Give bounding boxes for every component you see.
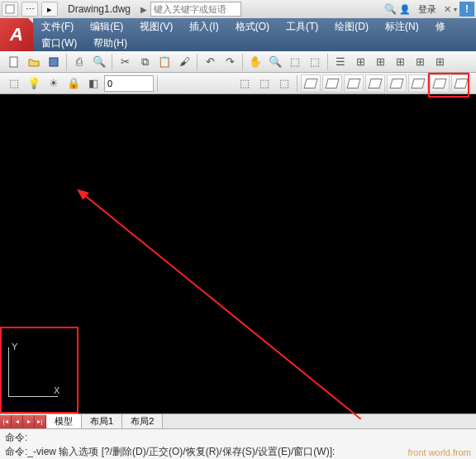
svg-rect-2 <box>50 58 58 66</box>
cmd-text: _-view 输入选项 [?/删除(D)/正交(O)/恢复(R)/保存(S)/设… <box>27 445 335 459</box>
menu-modify[interactable]: 修 <box>427 18 454 35</box>
zoom-prev-icon[interactable]: ⬚ <box>306 53 324 71</box>
layer-state-icon[interactable]: ⬚ <box>236 74 254 93</box>
standard-toolbar: ⎙ 🔍 ✂ ⧉ 📋 🖌 ↶ ↷ ✋ 🔍 ⬚ ⬚ ☰ ⊞ ⊞ ⊞ ⊞ ⊞ <box>0 51 476 73</box>
qat-save-icon[interactable]: ⋯ <box>21 2 38 17</box>
tab-nav: |◂ ◂ ▸ ▸| <box>0 415 46 428</box>
menu-file[interactable]: 文件(F) <box>33 18 82 35</box>
tab-next-icon[interactable]: ▸ <box>23 415 35 428</box>
copy-icon[interactable]: ⧉ <box>136 53 154 71</box>
layer-view-toolbar: ⬚ 💡 ☀ 🔒 ◧ 0 ⬚ ⬚ ⬚ <box>0 73 476 94</box>
color-icon[interactable]: ◧ <box>84 74 102 93</box>
qat-new-icon[interactable] <box>2 2 18 17</box>
view-top-icon[interactable] <box>301 74 321 93</box>
exchange-icon[interactable]: ✕ <box>444 4 451 15</box>
layer-iso-icon[interactable]: ⬚ <box>255 74 274 93</box>
view-swiso-icon[interactable] <box>430 74 450 93</box>
sun-icon[interactable]: ☀ <box>45 74 63 93</box>
print-icon[interactable]: ⎙ <box>70 53 88 71</box>
menu-format[interactable]: 格式(O) <box>227 18 278 35</box>
layer-dropdown[interactable]: 0 <box>104 75 154 92</box>
menu-view[interactable]: 视图(V) <box>131 18 181 35</box>
view-left-icon[interactable] <box>344 74 364 93</box>
ucs-x-label: X <box>54 385 60 395</box>
qat-arrow-icon[interactable]: ▸ <box>41 2 58 17</box>
view-bottom-icon[interactable] <box>322 74 342 93</box>
menu-help[interactable]: 帮助(H) <box>85 35 136 51</box>
search-icon[interactable]: 🔍 <box>384 3 397 15</box>
watermark-text: front world.from <box>408 447 471 457</box>
menu-draw[interactable]: 绘图(D) <box>326 18 377 35</box>
menu-insert[interactable]: 插入(I) <box>181 18 226 35</box>
new-icon[interactable] <box>5 53 23 71</box>
svg-rect-1 <box>10 57 17 67</box>
tab-prev-icon[interactable]: ◂ <box>12 415 23 428</box>
annotation-arrow <box>79 189 362 419</box>
app-logo[interactable]: A <box>0 18 33 51</box>
view-back-icon[interactable] <box>408 74 428 93</box>
zoom-icon[interactable]: 🔍 <box>266 53 284 71</box>
open-icon[interactable] <box>25 53 43 71</box>
ucs-y-label: Y <box>12 342 17 351</box>
dropdown-icon[interactable]: ▾ <box>454 6 457 13</box>
design-center-icon[interactable]: ⊞ <box>351 53 369 71</box>
layout-tabs: |◂ ◂ ▸ ▸| 模型 布局1 布局2 <box>0 414 476 428</box>
tab-first-icon[interactable]: |◂ <box>0 415 12 428</box>
user-icon[interactable]: 👤 <box>399 4 411 15</box>
properties-icon[interactable]: ☰ <box>331 53 350 71</box>
layer-prev-icon[interactable]: ⬚ <box>275 74 293 93</box>
tab-layout2[interactable]: 布局2 <box>122 414 163 428</box>
redo-icon[interactable]: ↷ <box>221 53 239 71</box>
undo-icon[interactable]: ↶ <box>201 53 219 71</box>
filename-label: Drawing1.dwg <box>61 3 137 15</box>
command-line[interactable]: 命令: 命令: _-view 输入选项 [?/删除(D)/正交(O)/恢复(R)… <box>0 428 476 459</box>
markup-icon[interactable]: ⊞ <box>411 53 429 71</box>
lock-icon[interactable]: 🔒 <box>64 74 83 93</box>
zoom-window-icon[interactable]: ⬚ <box>286 53 304 71</box>
tab-model[interactable]: 模型 <box>46 414 82 428</box>
annotation-highlight-origin <box>0 327 79 414</box>
alert-icon[interactable]: ! <box>459 2 474 17</box>
preview-icon[interactable]: 🔍 <box>90 53 108 71</box>
drawing-canvas[interactable]: Y X <box>0 94 476 414</box>
tab-layout1[interactable]: 布局1 <box>82 414 122 428</box>
save-icon[interactable] <box>45 53 63 71</box>
match-icon[interactable]: 🖌 <box>175 53 193 71</box>
paste-icon[interactable]: 📋 <box>155 53 174 71</box>
tool-palette-icon[interactable]: ⊞ <box>371 53 389 71</box>
bulb-icon[interactable]: 💡 <box>25 74 43 93</box>
tab-last-icon[interactable]: ▸| <box>35 415 46 428</box>
view-right-icon[interactable] <box>365 74 385 93</box>
calc-icon[interactable]: ⊞ <box>431 53 449 71</box>
menu-edit[interactable]: 编辑(E) <box>82 18 131 35</box>
view-seiso-icon[interactable] <box>451 74 471 93</box>
menu-window[interactable]: 窗口(W) <box>33 35 85 51</box>
svg-rect-0 <box>6 5 14 13</box>
menu-tools[interactable]: 工具(T) <box>278 18 326 35</box>
sheet-set-icon[interactable]: ⊞ <box>391 53 409 71</box>
menubar: 文件(F) 编辑(E) 视图(V) 插入(I) 格式(O) 工具(T) 绘图(D… <box>33 18 476 51</box>
layer-manager-icon[interactable]: ⬚ <box>5 74 23 93</box>
menu-dimension[interactable]: 标注(N) <box>377 18 427 35</box>
cmd-history-1: 命令: <box>5 431 27 445</box>
play-icon: ▶ <box>140 5 147 14</box>
cmd-prompt-label: 命令: <box>5 445 27 459</box>
layer-current-label: 0 <box>107 79 112 88</box>
pan-icon[interactable]: ✋ <box>246 53 264 71</box>
cut-icon[interactable]: ✂ <box>116 53 134 71</box>
login-link[interactable]: 登录 <box>413 3 441 16</box>
view-front-icon[interactable] <box>387 74 407 93</box>
search-input[interactable] <box>150 2 241 17</box>
